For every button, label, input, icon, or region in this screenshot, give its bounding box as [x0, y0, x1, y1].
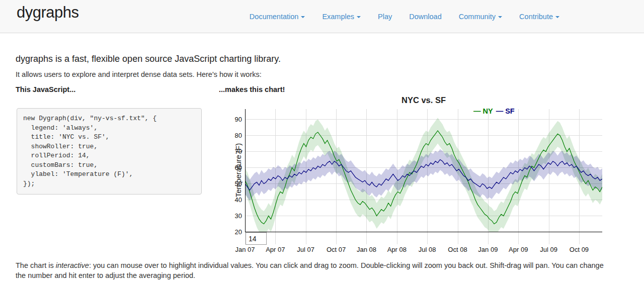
- x-tick-label: Jul 09: [540, 246, 557, 253]
- nav-label: Examples: [322, 13, 354, 21]
- nav-item-documentation[interactable]: Documentation: [250, 13, 305, 21]
- y-tick-label: 80: [218, 132, 242, 139]
- x-tick-label: Oct 07: [327, 246, 346, 253]
- y-tick-label: 20: [218, 228, 242, 236]
- nav-item-community[interactable]: Community: [459, 13, 502, 21]
- intro-subline: It allows users to explore and interpret…: [16, 70, 262, 78]
- nav-label: Play: [378, 13, 392, 21]
- x-tick-label: Oct 09: [570, 246, 589, 253]
- y-tick-label: 30: [218, 212, 242, 220]
- y-tick-label: 40: [218, 196, 242, 204]
- nav-label: Download: [409, 13, 442, 21]
- nav-item-examples[interactable]: Examples: [322, 13, 361, 21]
- y-tick-label: 50: [218, 180, 242, 187]
- x-tick-label: Jan 08: [357, 246, 376, 253]
- y-tick-label: 70: [218, 148, 242, 155]
- intro-headline: dygraphs is a fast, flexible open source…: [16, 54, 281, 64]
- chevron-down-icon: [357, 16, 361, 18]
- navbar: dygraphs DocumentationExamplesPlayDownlo…: [0, 0, 644, 33]
- x-tick-label: Jul 08: [419, 246, 436, 253]
- chart-title: NYC vs. SF: [245, 96, 602, 105]
- temperature-chart-svg: [245, 109, 602, 244]
- nav-item-contribute[interactable]: Contribute: [519, 13, 559, 21]
- x-tick-label: Oct 08: [448, 246, 467, 253]
- x-tick-label: Jan 09: [478, 246, 498, 253]
- x-tick-label: Apr 07: [266, 246, 285, 253]
- chart-plot-area[interactable]: [245, 109, 602, 244]
- chevron-down-icon: [555, 16, 559, 18]
- y-tick-label: 90: [218, 116, 242, 123]
- nav-label: Contribute: [519, 13, 553, 21]
- x-tick-label: Apr 08: [387, 246, 407, 253]
- footer-text: The chart is interactive: you can mouse …: [16, 260, 604, 280]
- nav-menu: DocumentationExamplesPlayDownloadCommuni…: [250, 0, 559, 33]
- nav-label: Documentation: [250, 13, 299, 21]
- caption-this-javascript: This JavaScript...: [16, 85, 75, 93]
- caption-makes-this-chart: ...makes this chart!: [219, 85, 285, 93]
- chevron-down-icon: [301, 16, 305, 18]
- roller-period-input[interactable]: [246, 232, 267, 245]
- nav-item-play[interactable]: Play: [378, 13, 392, 21]
- page: dygraphs DocumentationExamplesPlayDownlo…: [0, 0, 644, 286]
- brand-logo[interactable]: dygraphs: [17, 4, 79, 22]
- x-tick-label: Apr 09: [509, 246, 528, 253]
- nav-item-download[interactable]: Download: [409, 13, 442, 21]
- y-tick-label: 60: [218, 164, 242, 171]
- chevron-down-icon: [498, 16, 502, 18]
- x-tick-label: Jan 07: [235, 246, 255, 253]
- code-sample: new Dygraph(div, "ny-vs-sf.txt", { legen…: [17, 108, 202, 195]
- nav-label: Community: [459, 13, 496, 21]
- x-tick-label: Jul 07: [297, 246, 314, 253]
